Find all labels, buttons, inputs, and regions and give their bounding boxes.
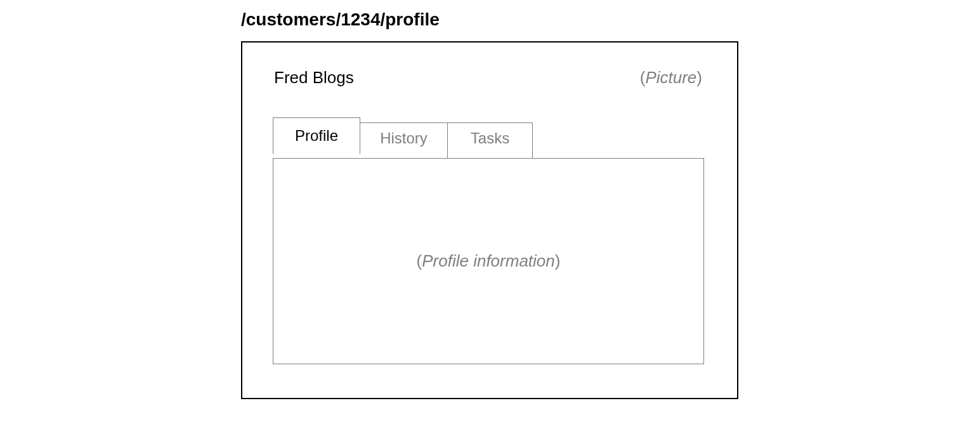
picture-label-text: Picture (645, 68, 696, 87)
url-path-label: /customers/1234/profile (241, 10, 440, 30)
header-row: Fred Blogs (Picture) (242, 43, 737, 88)
content-label-text: Profile information (422, 251, 555, 270)
tab-history[interactable]: History (360, 122, 448, 159)
close-paren: ) (696, 68, 702, 87)
tab-content-pane: (Profile information) (273, 158, 704, 364)
tab-tasks[interactable]: Tasks (448, 122, 533, 159)
tab-profile[interactable]: Profile (273, 117, 360, 154)
close-paren-2: ) (555, 251, 561, 270)
open-paren-2: ( (417, 251, 422, 270)
picture-placeholder: (Picture) (640, 68, 702, 88)
wireframe-frame: Fred Blogs (Picture) Profile History Tas… (241, 41, 738, 399)
customer-name: Fred Blogs (274, 68, 354, 88)
tabs-row: Profile History Tasks (273, 122, 737, 159)
content-placeholder: (Profile information) (417, 251, 561, 271)
tabs-wrapper: Profile History Tasks (Profile informati… (273, 122, 737, 364)
